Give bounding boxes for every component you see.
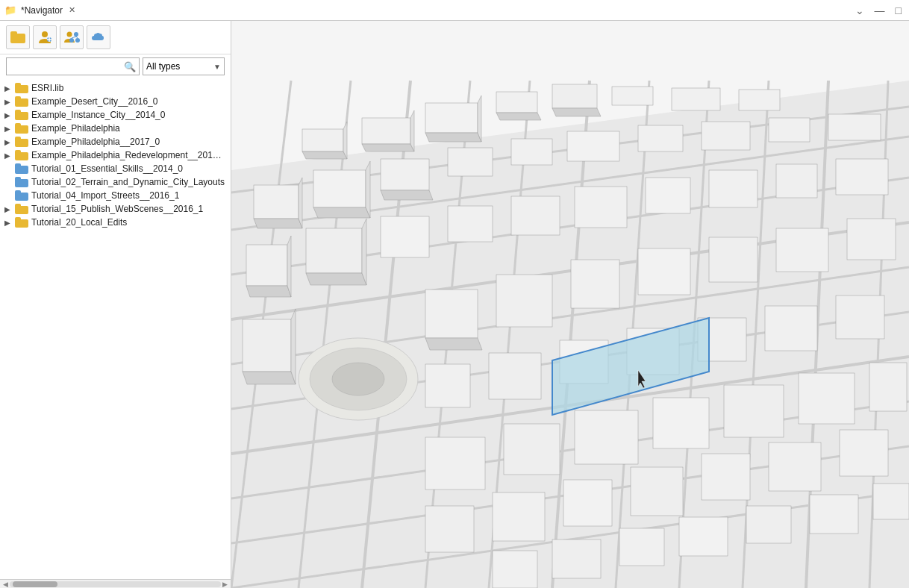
expand-icon[interactable]: ▶ [4, 138, 15, 146]
svg-rect-111 [769, 442, 821, 491]
add-cloud-button[interactable] [87, 25, 110, 49]
tree-item-philadelphia-2017[interactable]: ▶ Example_Philadelphia__2017_0 [0, 135, 231, 148]
tree-label: Example_Desert_City__2016_0 [31, 96, 157, 107]
tree-item-philadelphia[interactable]: ▶ Example_Philadelphia [0, 122, 231, 135]
scrollbar-track[interactable] [10, 581, 221, 587]
restore-icon[interactable]: — [872, 4, 888, 16]
city-map-3d [231, 21, 909, 588]
folder-icon [15, 96, 28, 107]
tree-label: Tutorial_20_Local_Edits [31, 217, 127, 228]
type-filter-label: All types [146, 61, 210, 72]
expand-icon[interactable]: ▶ [4, 219, 15, 227]
folder-icon [10, 31, 25, 43]
svg-rect-107 [493, 492, 545, 541]
svg-rect-113 [493, 551, 537, 588]
svg-rect-106 [425, 506, 474, 552]
svg-rect-44 [552, 84, 597, 108]
expand-icon[interactable]: ▶ [4, 84, 15, 93]
svg-rect-47 [672, 88, 720, 110]
add-connection-button[interactable] [33, 25, 57, 49]
svg-rect-84 [425, 290, 478, 338]
svg-rect-108 [563, 480, 612, 526]
svg-rect-115 [619, 528, 664, 566]
svg-rect-52 [313, 170, 366, 207]
tree-item-esri-lib[interactable]: ▶ ESRI.lib [0, 81, 231, 95]
close-button[interactable]: ✕ [67, 5, 77, 15]
svg-rect-105 [869, 363, 907, 411]
svg-rect-99 [425, 437, 485, 490]
svg-marker-82 [243, 372, 296, 384]
svg-marker-45 [552, 108, 601, 116]
expand-icon[interactable]: ▶ [4, 151, 15, 160]
open-folder-button[interactable] [6, 25, 30, 49]
person-network-icon [63, 29, 80, 46]
folder-icon [15, 217, 28, 228]
tree-label: Example_Philadelphia__2017_0 [31, 137, 160, 147]
svg-marker-50 [254, 219, 302, 228]
svg-rect-92 [425, 364, 470, 407]
svg-rect-117 [746, 506, 791, 543]
folder-icon [15, 137, 28, 147]
scroll-right-icon[interactable]: ▶ [222, 581, 228, 588]
svg-rect-71 [448, 206, 493, 242]
svg-line-8 [76, 37, 78, 38]
svg-rect-55 [381, 159, 429, 190]
scrollbar-thumb[interactable] [13, 581, 57, 587]
add-network-button[interactable] [60, 25, 84, 49]
folder-icon [15, 150, 28, 160]
svg-rect-81 [243, 319, 291, 372]
tree-label: Tutorial_01_Essential_Skills__2014_0 [31, 163, 183, 174]
svg-marker-66 [287, 236, 291, 297]
svg-rect-59 [567, 131, 619, 161]
tree-label: Tutorial_02_Terrain_and_Dynamic_City_Lay… [31, 177, 225, 187]
blue-folder-icon [15, 177, 28, 187]
folder-icon [15, 123, 28, 134]
tree-item-tutorial-20[interactable]: ▶ Tutorial_20_Local_Edits [0, 216, 231, 229]
svg-rect-109 [631, 467, 683, 516]
svg-rect-64 [246, 245, 287, 286]
tree-item-instance-city[interactable]: ▶ Example_Instance_City__2014_0 [0, 108, 231, 122]
tree-label: Example_Philadelphia [31, 123, 120, 134]
expand-icon[interactable]: ▶ [4, 125, 15, 133]
svg-rect-62 [769, 118, 810, 142]
expand-icon[interactable]: ▶ [4, 98, 15, 106]
file-tree[interactable]: ▶ ESRI.lib ▶ Example_Desert_City__2016_0… [0, 78, 231, 579]
expand-icon[interactable]: ▶ [4, 111, 15, 119]
tree-item-tutorial-02[interactable]: Tutorial_02_Terrain_and_Dynamic_City_Lay… [0, 175, 231, 189]
type-filter-dropdown[interactable]: All types ▼ [143, 57, 225, 75]
svg-rect-74 [646, 178, 690, 213]
svg-rect-70 [381, 216, 429, 257]
svg-marker-54 [366, 161, 370, 218]
svg-rect-116 [679, 517, 728, 556]
tree-item-desert-city[interactable]: ▶ Example_Desert_City__2016_0 [0, 95, 231, 108]
tree-item-tutorial-15[interactable]: ▶ Tutorial_15_Publish_WebScenes__2016_1 [0, 202, 231, 216]
svg-rect-58 [511, 139, 552, 165]
folder-icon [15, 110, 28, 120]
expand-icon[interactable]: ▶ [4, 205, 15, 213]
search-input[interactable] [10, 61, 124, 72]
svg-rect-104 [799, 373, 855, 424]
svg-rect-110 [702, 454, 750, 500]
search-wrapper[interactable]: 🔍 [6, 57, 140, 75]
minimize-icon[interactable]: ⌄ [852, 4, 867, 16]
maximize-icon[interactable]: □ [893, 4, 905, 16]
person-icon [37, 29, 53, 46]
svg-marker-38 [410, 110, 414, 151]
map-panel[interactable] [231, 21, 909, 588]
search-icon: 🔍 [124, 61, 136, 72]
svg-rect-63 [828, 114, 881, 140]
svg-rect-67 [306, 228, 362, 273]
folder-icon [15, 83, 28, 93]
svg-rect-36 [362, 118, 410, 144]
svg-marker-85 [425, 338, 482, 350]
svg-rect-77 [836, 159, 888, 195]
tree-item-tutorial-04[interactable]: Tutorial_04_Import_Streets__2016_1 [0, 189, 231, 202]
scroll-left-icon[interactable]: ◀ [3, 581, 8, 588]
tree-item-phila-redevelopment[interactable]: ▶ Example_Philadelphia_Redevelopment__20… [0, 148, 231, 162]
window-controls: ⌄ — □ [852, 4, 905, 16]
tree-label: Tutorial_04_Import_Streets__2016_1 [31, 190, 179, 201]
panel-horizontal-scrollbar[interactable]: ◀ ▶ [0, 579, 231, 588]
tree-item-tutorial-01[interactable]: Tutorial_01_Essential_Skills__2014_0 [0, 162, 231, 175]
tree-label: Example_Instance_City__2014_0 [31, 110, 165, 120]
svg-rect-76 [776, 164, 817, 198]
